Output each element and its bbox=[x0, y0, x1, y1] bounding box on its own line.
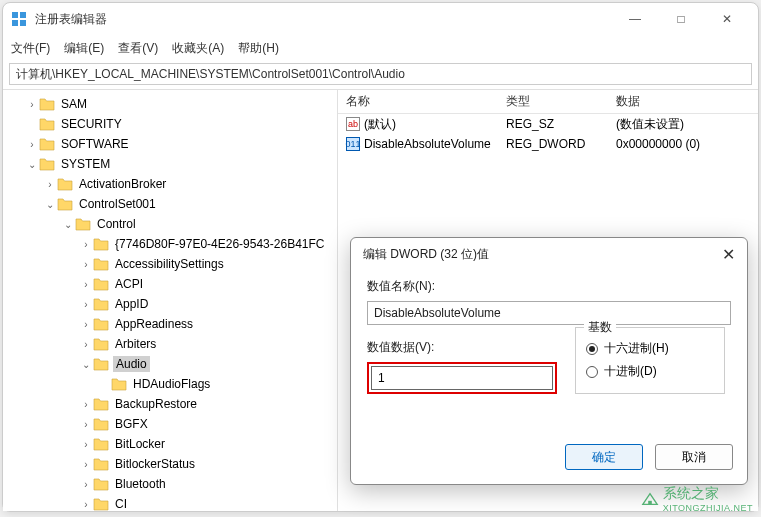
radix-dec-option[interactable]: 十进制(D) bbox=[586, 363, 714, 380]
caret-icon[interactable]: › bbox=[79, 419, 93, 430]
watermark-text: 系统之家 bbox=[663, 485, 753, 503]
value-data: (数值未设置) bbox=[608, 116, 758, 133]
value-name: DisableAbsoluteVolume bbox=[364, 137, 491, 151]
tree-item[interactable]: ›AppID bbox=[3, 294, 337, 314]
tree-item[interactable]: ⌄Audio bbox=[3, 354, 337, 374]
address-text: 计算机\HKEY_LOCAL_MACHINE\SYSTEM\ControlSet… bbox=[16, 66, 405, 83]
window-title: 注册表编辑器 bbox=[35, 11, 612, 28]
folder-icon bbox=[93, 237, 109, 251]
tree-item[interactable]: ›BackupRestore bbox=[3, 394, 337, 414]
folder-icon bbox=[39, 97, 55, 111]
tree-item[interactable]: ›SOFTWARE bbox=[3, 134, 337, 154]
tree-view[interactable]: ›SAM·SECURITY›SOFTWARE⌄SYSTEM›Activation… bbox=[3, 90, 338, 511]
value-type: REG_DWORD bbox=[498, 137, 608, 151]
tree-item[interactable]: ›Arbiters bbox=[3, 334, 337, 354]
tree-item-label: Arbiters bbox=[113, 336, 158, 352]
tree-item[interactable]: ›AppReadiness bbox=[3, 314, 337, 334]
caret-icon[interactable]: › bbox=[79, 439, 93, 450]
radix-hex-option[interactable]: 十六进制(H) bbox=[586, 340, 714, 357]
menu-edit[interactable]: 编辑(E) bbox=[64, 40, 104, 57]
caret-icon[interactable]: ⌄ bbox=[79, 359, 93, 370]
menu-view[interactable]: 查看(V) bbox=[118, 40, 158, 57]
dialog-close-icon[interactable]: ✕ bbox=[722, 245, 735, 264]
folder-icon bbox=[111, 377, 127, 391]
tree-item[interactable]: ·SECURITY bbox=[3, 114, 337, 134]
caret-icon[interactable]: › bbox=[43, 179, 57, 190]
tree-item[interactable]: ›{7746D80F-97E0-4E26-9543-26B41FC bbox=[3, 234, 337, 254]
tree-item-label: Audio bbox=[113, 356, 150, 372]
caret-icon[interactable]: ⌄ bbox=[61, 219, 75, 230]
list-row[interactable]: ab(默认)REG_SZ(数值未设置) bbox=[338, 114, 758, 134]
folder-icon bbox=[93, 317, 109, 331]
address-bar[interactable]: 计算机\HKEY_LOCAL_MACHINE\SYSTEM\ControlSet… bbox=[9, 63, 752, 85]
caret-icon[interactable]: ⌄ bbox=[43, 199, 57, 210]
value-name-field[interactable]: DisableAbsoluteVolume bbox=[367, 301, 731, 325]
caret-icon[interactable]: › bbox=[79, 479, 93, 490]
cancel-button[interactable]: 取消 bbox=[655, 444, 733, 470]
folder-icon bbox=[75, 217, 91, 231]
radix-dec-label: 十进制(D) bbox=[604, 363, 657, 380]
titlebar[interactable]: 注册表编辑器 — □ ✕ bbox=[3, 3, 758, 35]
tree-item-label: Control bbox=[95, 216, 138, 232]
folder-icon bbox=[39, 157, 55, 171]
tree-item[interactable]: ›BitlockerStatus bbox=[3, 454, 337, 474]
caret-icon[interactable]: ⌄ bbox=[25, 159, 39, 170]
list-row[interactable]: 011DisableAbsoluteVolumeREG_DWORD0x00000… bbox=[338, 134, 758, 154]
caret-icon[interactable]: › bbox=[79, 399, 93, 410]
header-type[interactable]: 类型 bbox=[498, 93, 608, 110]
tree-item[interactable]: ⌄Control bbox=[3, 214, 337, 234]
tree-item-label: SOFTWARE bbox=[59, 136, 131, 152]
ok-button[interactable]: 确定 bbox=[565, 444, 643, 470]
dialog-titlebar[interactable]: 编辑 DWORD (32 位)值 ✕ bbox=[351, 238, 747, 270]
tree-item[interactable]: ⌄SYSTEM bbox=[3, 154, 337, 174]
tree-item[interactable]: ›Bluetooth bbox=[3, 474, 337, 494]
tree-item[interactable]: ⌄ControlSet001 bbox=[3, 194, 337, 214]
tree-item[interactable]: ›ACPI bbox=[3, 274, 337, 294]
watermark-logo-icon bbox=[641, 490, 659, 508]
radix-legend: 基数 bbox=[584, 319, 616, 336]
tree-item-label: {7746D80F-97E0-4E26-9543-26B41FC bbox=[113, 236, 326, 252]
menu-file[interactable]: 文件(F) bbox=[11, 40, 50, 57]
radio-icon bbox=[586, 343, 598, 355]
svg-rect-0 bbox=[12, 12, 18, 18]
folder-icon bbox=[57, 177, 73, 191]
dword-value-icon: 011 bbox=[346, 137, 360, 151]
folder-icon bbox=[39, 137, 55, 151]
tree-item[interactable]: ·HDAudioFlags bbox=[3, 374, 337, 394]
tree-item[interactable]: ›ActivationBroker bbox=[3, 174, 337, 194]
dialog-title: 编辑 DWORD (32 位)值 bbox=[363, 246, 722, 263]
value-data-input[interactable] bbox=[371, 366, 553, 390]
folder-icon bbox=[39, 117, 55, 131]
caret-icon[interactable]: › bbox=[79, 459, 93, 470]
caret-icon[interactable]: › bbox=[79, 499, 93, 510]
caret-icon[interactable]: › bbox=[79, 299, 93, 310]
close-button[interactable]: ✕ bbox=[704, 3, 750, 35]
tree-item-label: SECURITY bbox=[59, 116, 124, 132]
minimize-button[interactable]: — bbox=[612, 3, 658, 35]
menu-favorites[interactable]: 收藏夹(A) bbox=[172, 40, 224, 57]
string-value-icon: ab bbox=[346, 117, 360, 131]
tree-item-label: BitlockerStatus bbox=[113, 456, 197, 472]
app-icon bbox=[11, 11, 27, 27]
menu-help[interactable]: 帮助(H) bbox=[238, 40, 279, 57]
header-data[interactable]: 数据 bbox=[608, 93, 758, 110]
tree-item[interactable]: ›BGFX bbox=[3, 414, 337, 434]
caret-icon[interactable]: › bbox=[79, 259, 93, 270]
tree-item[interactable]: ›CI bbox=[3, 494, 337, 511]
radio-icon bbox=[586, 366, 598, 378]
folder-icon bbox=[93, 477, 109, 491]
folder-icon bbox=[57, 197, 73, 211]
caret-icon[interactable]: › bbox=[25, 99, 39, 110]
header-name[interactable]: 名称 bbox=[338, 93, 498, 110]
caret-icon[interactable]: › bbox=[79, 319, 93, 330]
caret-icon[interactable]: › bbox=[79, 339, 93, 350]
caret-icon[interactable]: › bbox=[79, 239, 93, 250]
maximize-button[interactable]: □ bbox=[658, 3, 704, 35]
tree-item[interactable]: ›AccessibilitySettings bbox=[3, 254, 337, 274]
caret-icon[interactable]: › bbox=[25, 139, 39, 150]
folder-icon bbox=[93, 457, 109, 471]
tree-item[interactable]: ›SAM bbox=[3, 94, 337, 114]
tree-item[interactable]: ›BitLocker bbox=[3, 434, 337, 454]
caret-icon[interactable]: › bbox=[79, 279, 93, 290]
tree-item-label: Bluetooth bbox=[113, 476, 168, 492]
